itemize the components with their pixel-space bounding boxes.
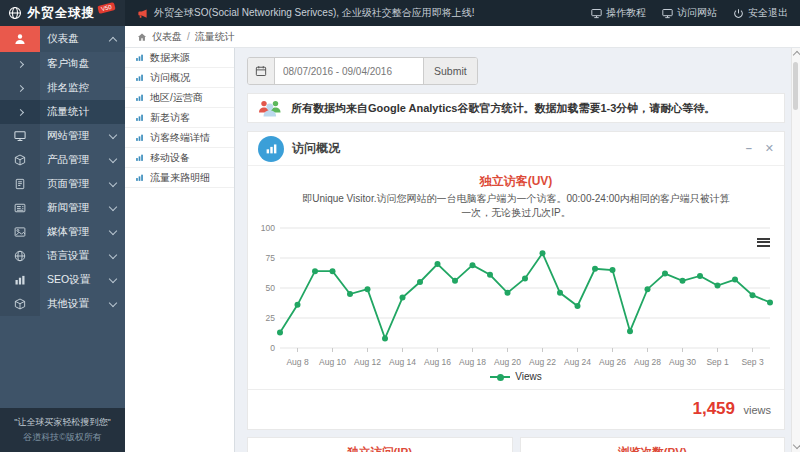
- breadcrumb-separator: /: [187, 31, 190, 42]
- svg-text:100: 100: [261, 223, 275, 233]
- svg-text:75: 75: [266, 253, 276, 263]
- submenu-item-label: 新老访客: [150, 111, 190, 125]
- svg-text:Aug 16: Aug 16: [424, 357, 451, 367]
- panel-pv: 浏览次数(PV)即Page View. 即页面浏览量或点击量，用户每次刷新即被计…: [520, 437, 786, 452]
- svg-text:Aug 18: Aug 18: [459, 357, 486, 367]
- submenu-item-3[interactable]: 新老访客: [125, 108, 234, 128]
- chart-legend[interactable]: Views: [248, 371, 784, 382]
- uv-description: 即Unique Visitor.访问您网站的一台电脑客户端为一个访客。00:00…: [301, 192, 731, 220]
- bar-chart-icon: [135, 153, 144, 162]
- minimize-button[interactable]: –: [746, 142, 752, 155]
- total-views-unit: views: [743, 404, 771, 416]
- panel-heading: 浏览次数(PV): [529, 445, 777, 452]
- sidebar-item-7[interactable]: 新闻管理: [0, 196, 125, 220]
- submit-button[interactable]: Submit: [423, 58, 477, 84]
- globe-icon: [8, 6, 22, 20]
- sidebar-item-11[interactable]: 其他设置: [0, 292, 125, 316]
- svg-text:Aug 12: Aug 12: [354, 357, 381, 367]
- sidebar-item-label: 其他设置: [40, 297, 89, 311]
- svg-text:Aug 28: Aug 28: [634, 357, 661, 367]
- breadcrumb: 仪表盘 / 流量统计: [125, 26, 800, 48]
- submenu-item-1[interactable]: 访问概况: [125, 68, 234, 88]
- sidebar-item-10[interactable]: SEO设置: [0, 268, 125, 292]
- topbar-links: 操作教程访问网站安全退出: [591, 6, 788, 20]
- panel-header: 访问概况 – ✕: [248, 132, 784, 166]
- bar-chart-icon: [135, 133, 144, 142]
- topbar-link-2[interactable]: 安全退出: [733, 6, 788, 20]
- scroll-down-icon[interactable]: [793, 441, 800, 449]
- close-button[interactable]: ✕: [765, 142, 774, 155]
- submenu: 数据来源访问概况地区/运营商新老访客访客终端详情移动设备流量来路明细: [125, 48, 235, 452]
- scroll-up-icon[interactable]: [793, 51, 800, 59]
- topbar-link-label: 安全退出: [748, 6, 788, 20]
- scrollbar[interactable]: [791, 48, 800, 452]
- calendar-icon[interactable]: [248, 58, 275, 84]
- sidebar-item-label: 流量统计: [40, 105, 89, 119]
- svg-text:25: 25: [266, 313, 276, 323]
- bar-chart-icon: [135, 113, 144, 122]
- sidebar-item-3[interactable]: 流量统计: [0, 100, 125, 124]
- legend-label: Views: [515, 371, 542, 382]
- bar-chart-icon: [135, 93, 144, 102]
- sidebar-item-8[interactable]: 媒体管理: [0, 220, 125, 244]
- sidebar-item-label: 语言设置: [40, 249, 89, 263]
- topbar-link-label: 操作教程: [606, 6, 646, 20]
- svg-text:50: 50: [266, 283, 276, 293]
- svg-text:Aug 20: Aug 20: [494, 357, 521, 367]
- chart-icon: [0, 268, 40, 292]
- panel-tools: – ✕: [746, 142, 774, 155]
- app-window: 外贸全球搜 V50 外贸全球SO(Social Networking Seriv…: [0, 0, 800, 452]
- chevron-right-icon: [0, 52, 40, 76]
- submenu-item-4[interactable]: 访客终端详情: [125, 128, 234, 148]
- monitor-icon: [0, 124, 40, 148]
- submenu-item-6[interactable]: 流量来路明细: [125, 168, 234, 188]
- megaphone-icon: [137, 8, 148, 19]
- legend-marker-icon: [490, 376, 510, 378]
- news-icon: [0, 196, 40, 220]
- chart-menu-button[interactable]: [757, 236, 770, 248]
- chart-area: 0255075100Aug 8Aug 10Aug 12Aug 14Aug 16A…: [248, 220, 784, 370]
- chevron-down-icon: [109, 155, 117, 163]
- announcement: 外贸全球SO(Social Networking Serivces), 企业级社…: [137, 6, 591, 20]
- power-icon: [733, 8, 744, 19]
- sidebar-item-label: 媒体管理: [40, 225, 89, 239]
- logo-badge: V50: [97, 2, 115, 14]
- globe-icon: [0, 244, 40, 268]
- svg-text:Sep 1: Sep 1: [706, 357, 728, 367]
- panel-heading: 独立访问(IP): [256, 445, 504, 452]
- media-icon: [0, 220, 40, 244]
- chevron-down-icon: [109, 179, 117, 187]
- sidebar-item-0[interactable]: 仪表盘: [0, 26, 125, 52]
- logo[interactable]: 外贸全球搜 V50: [0, 0, 125, 26]
- users-group-icon: [257, 99, 283, 117]
- sidebar-slogan: "让全球买家轻松搜到您": [3, 415, 122, 429]
- sidebar-footer: "让全球买家轻松搜到您" 谷道科技©版权所有: [0, 408, 125, 452]
- date-range-input[interactable]: [275, 58, 423, 84]
- home-icon: [137, 32, 147, 42]
- chevron-down-icon: [109, 299, 117, 307]
- svg-text:Aug 22: Aug 22: [529, 357, 556, 367]
- submenu-item-2[interactable]: 地区/运营商: [125, 88, 234, 108]
- sidebar-item-9[interactable]: 语言设置: [0, 244, 125, 268]
- uv-heading: 独立访客(UV): [248, 173, 784, 190]
- sidebar-item-1[interactable]: 客户询盘: [0, 52, 125, 76]
- topbar-link-0[interactable]: 操作教程: [591, 6, 646, 20]
- chevron-down-icon: [109, 227, 117, 235]
- panel-ip: 独立访问(IP)独立IP表示，拥有特定唯一IP地址的计算机访问您的网站的次数。: [247, 437, 513, 452]
- topbar-link-1[interactable]: 访问网站: [662, 6, 717, 20]
- submenu-item-5[interactable]: 移动设备: [125, 148, 234, 168]
- sidebar-item-5[interactable]: 产品管理: [0, 148, 125, 172]
- bar-chart-icon: [135, 73, 144, 82]
- submenu-item-label: 访客终端详情: [150, 131, 210, 145]
- sidebar-item-label: 页面管理: [40, 177, 89, 191]
- breadcrumb-home[interactable]: 仪表盘: [152, 30, 182, 44]
- sidebar-item-2[interactable]: 排名监控: [0, 76, 125, 100]
- scrollbar-thumb[interactable]: [793, 62, 798, 110]
- bar-chart-icon: [135, 173, 144, 182]
- panel-title: 访问概况: [292, 140, 340, 157]
- sidebar-item-4[interactable]: 网站管理: [0, 124, 125, 148]
- svg-text:Aug 14: Aug 14: [389, 357, 416, 367]
- submenu-item-0[interactable]: 数据来源: [125, 48, 234, 68]
- sidebar-item-6[interactable]: 页面管理: [0, 172, 125, 196]
- main-content: Submit 所有数据均来自Google Analytics谷歌官方统计。数据加…: [235, 48, 791, 452]
